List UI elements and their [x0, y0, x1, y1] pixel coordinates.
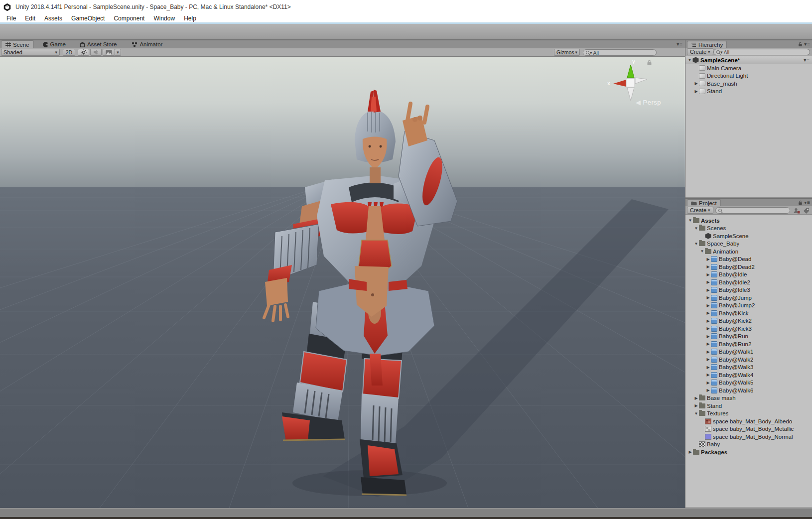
- tab-game[interactable]: Game: [39, 40, 70, 48]
- shading-mode-dropdown[interactable]: Shaded ▾: [1, 49, 60, 56]
- expander-right-icon[interactable]: ▶: [687, 450, 693, 454]
- scene-root-menu-icon[interactable]: ▾≡: [804, 57, 810, 63]
- tab-project[interactable]: Project: [687, 199, 721, 207]
- expander-right-icon[interactable]: ▶: [705, 295, 711, 300]
- project-row[interactable]: ▶Baby@Jump: [685, 294, 812, 302]
- tab-hierarchy[interactable]: Hierarchy: [687, 41, 727, 48]
- project-search-input[interactable]: [715, 207, 790, 214]
- tab-scene[interactable]: Scene: [1, 40, 34, 48]
- expander-right-icon[interactable]: ▶: [705, 311, 711, 315]
- expander-right-icon[interactable]: ▶: [705, 326, 711, 331]
- hierarchy-search-input[interactable]: ▾ All: [713, 49, 810, 55]
- project-row[interactable]: ▶Baby@Kick3: [685, 325, 812, 333]
- hierarchy-row[interactable]: Main Camera: [685, 64, 812, 72]
- project-create-button[interactable]: Create ▾: [687, 207, 713, 214]
- hierarchy-row[interactable]: ▶Stand: [685, 88, 812, 96]
- expander-right-icon[interactable]: ▶: [705, 280, 711, 284]
- label-tag-icon[interactable]: [803, 208, 810, 214]
- project-row[interactable]: ▶Baby@Run2: [685, 340, 812, 348]
- effects-dropdown[interactable]: ▾: [115, 49, 121, 56]
- expander-right-icon[interactable]: ▶: [693, 403, 699, 408]
- expander-right-icon[interactable]: ▶: [693, 89, 699, 94]
- expander-down-icon[interactable]: ▼: [699, 249, 705, 254]
- hierarchy-create-button[interactable]: Create ▾: [687, 48, 713, 55]
- project-row[interactable]: ▶Baby@Walk4: [685, 371, 812, 379]
- expander-right-icon[interactable]: ▶: [693, 81, 699, 86]
- 2d-toggle[interactable]: 2D: [63, 49, 75, 56]
- expander-right-icon[interactable]: ▶: [705, 388, 711, 392]
- project-row[interactable]: ▶Baby@Kick: [685, 309, 812, 317]
- scene-panel-menu-icon[interactable]: ▾≡: [677, 41, 683, 47]
- project-panel-menu-icon[interactable]: ▾≡: [804, 200, 811, 205]
- expander-right-icon[interactable]: ▶: [705, 319, 711, 323]
- hierarchy-panel-menu-icon[interactable]: ▾≡: [804, 41, 811, 47]
- expander-right-icon[interactable]: ▶: [705, 381, 711, 385]
- project-row[interactable]: ▼Scenes: [685, 225, 812, 233]
- expander-right-icon[interactable]: ▶: [705, 342, 711, 346]
- project-row[interactable]: space baby_Mat_Body_Normal: [685, 433, 812, 441]
- project-row[interactable]: ▶Baby@Walk6: [685, 387, 812, 394]
- expander-down-icon[interactable]: ▼: [687, 58, 692, 62]
- lighting-toggle[interactable]: [78, 49, 89, 56]
- menu-component[interactable]: Component: [109, 14, 149, 22]
- project-row[interactable]: ▶Baby@Idle2: [685, 278, 812, 286]
- expander-down-icon[interactable]: ▼: [693, 226, 699, 231]
- expander-right-icon[interactable]: ▶: [705, 264, 711, 269]
- project-row[interactable]: ▼Assets: [685, 217, 812, 225]
- project-row[interactable]: ▼Animation: [685, 248, 812, 256]
- project-row[interactable]: ▶Baby@Dead2: [685, 263, 812, 271]
- expander-right-icon[interactable]: ▶: [705, 288, 711, 292]
- project-row[interactable]: ▼Textures: [685, 410, 812, 418]
- tab-animator[interactable]: Animator: [128, 40, 166, 48]
- project-row[interactable]: space baby_Mat_Body_Albedo: [685, 417, 812, 425]
- project-row[interactable]: Baby: [685, 441, 812, 449]
- project-row[interactable]: space baby_Mat_Body_Metallic: [685, 425, 812, 433]
- project-row[interactable]: SampleScene: [685, 232, 812, 240]
- expander-right-icon[interactable]: ▶: [705, 257, 711, 261]
- menu-help[interactable]: Help: [179, 14, 201, 22]
- hierarchy-row[interactable]: ▶Base_mash: [685, 80, 812, 88]
- project-row[interactable]: ▶Baby@Kick2: [685, 317, 812, 325]
- project-lock-icon[interactable]: [798, 200, 803, 205]
- project-row[interactable]: ▶Baby@Walk1: [685, 348, 812, 356]
- expander-right-icon[interactable]: ▶: [705, 303, 711, 308]
- expander-down-icon[interactable]: ▼: [693, 242, 699, 246]
- menu-assets[interactable]: Assets: [40, 14, 67, 22]
- persp-label[interactable]: ◀ Persp: [636, 99, 661, 106]
- project-row[interactable]: ▶Stand: [685, 402, 812, 410]
- project-row[interactable]: ▼Space_Baby: [685, 240, 812, 248]
- expander-down-icon[interactable]: ▼: [687, 218, 693, 223]
- hierarchy-lock-icon[interactable]: [798, 42, 803, 47]
- expander-right-icon[interactable]: ▶: [705, 350, 711, 354]
- project-row[interactable]: ▶Baby@Walk5: [685, 379, 812, 387]
- expander-right-icon[interactable]: ▶: [693, 396, 699, 400]
- project-row[interactable]: ▶Baby@Idle3: [685, 286, 812, 294]
- hierarchy-row[interactable]: Directional Light: [685, 72, 812, 80]
- project-row[interactable]: ▶Baby@Jump2: [685, 302, 812, 310]
- hidden-packages-icon[interactable]: [793, 208, 800, 214]
- project-row[interactable]: ▶Baby@Dead: [685, 256, 812, 263]
- expander-right-icon[interactable]: ▶: [705, 373, 711, 377]
- scene-viewport[interactable]: y x ◀ Persp: [0, 57, 685, 508]
- project-row[interactable]: ▶Baby@Walk2: [685, 356, 812, 364]
- scene-search-input[interactable]: ▾ All: [583, 49, 657, 56]
- project-row[interactable]: ▶Baby@Run: [685, 333, 812, 341]
- expander-right-icon[interactable]: ▶: [705, 365, 711, 370]
- expander-down-icon[interactable]: ▼: [693, 411, 699, 416]
- project-row[interactable]: ▶Packages: [685, 448, 812, 456]
- tab-asset-store[interactable]: Asset Store: [76, 40, 121, 48]
- menu-window[interactable]: Window: [149, 14, 179, 22]
- project-row[interactable]: ▶Baby@Idle: [685, 271, 812, 279]
- expander-right-icon[interactable]: ▶: [705, 357, 711, 362]
- effects-toggle[interactable]: [103, 49, 115, 56]
- menu-edit[interactable]: Edit: [20, 14, 40, 22]
- gizmos-dropdown[interactable]: Gizmos ▾: [554, 49, 580, 56]
- project-row[interactable]: ▶Baby@Walk3: [685, 364, 812, 372]
- expander-right-icon[interactable]: ▶: [705, 272, 711, 277]
- audio-toggle[interactable]: [90, 49, 102, 56]
- menu-gameobject[interactable]: GameObject: [67, 14, 109, 22]
- hierarchy-scene-root[interactable]: ▼ SampleScene* ▾≡: [685, 56, 812, 64]
- expander-right-icon[interactable]: ▶: [705, 334, 711, 339]
- project-row[interactable]: ▶Base mash: [685, 394, 812, 402]
- menu-file[interactable]: File: [2, 14, 20, 22]
